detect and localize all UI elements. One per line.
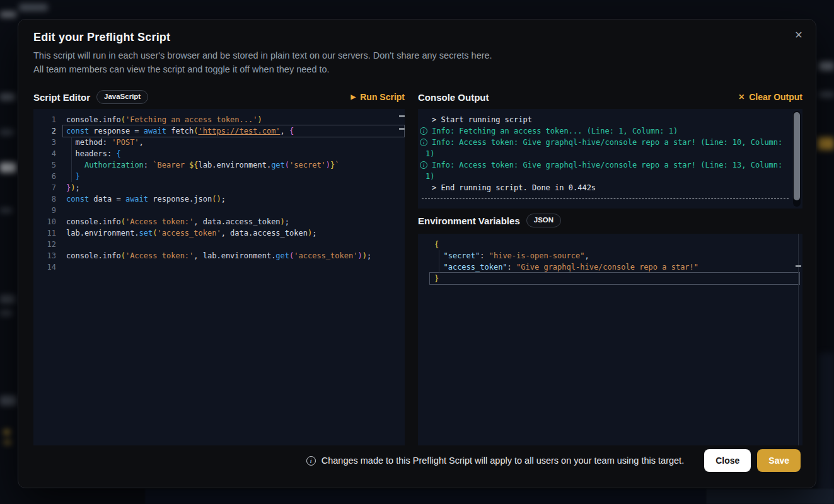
clear-icon: ✕ [738,93,744,101]
clear-output-label: Clear Output [749,92,802,102]
modal-footer: i Changes made to this Preflight Script … [33,449,801,472]
save-button[interactable]: Save [757,449,801,472]
info-circle-icon: i [420,127,427,135]
overview-ruler-mark [399,128,405,130]
backdrop-blob [19,4,48,11]
console-scrollbar[interactable] [793,111,801,207]
code-line: 2const response = await fetch('https://t… [33,125,405,137]
javascript-badge: JavaScript [96,90,148,104]
code-line: 9 [33,205,405,216]
backdrop-blob [0,295,15,304]
code-line: 8const data = await response.json(); [33,193,405,205]
info-circle-icon: i [420,139,427,146]
preflight-script-modal: ✕ Edit your Preflight Script This script… [18,19,816,488]
backdrop-blob [818,353,834,504]
json-badge: JSON [526,214,561,227]
backdrop-blob [819,91,834,98]
backdrop-strip [706,489,834,504]
modal-title: Edit your Preflight Script [33,31,170,44]
line-number: 2 [33,125,56,137]
indent-guide [439,250,439,273]
scrollbar-thumb[interactable] [794,112,800,200]
backdrop-blob [4,440,11,445]
console-separator [422,198,789,198]
console-line: iInfo: Fetching an access token... (Line… [418,125,789,137]
backdrop-blob [0,129,14,135]
line-number: 1 [33,114,56,125]
console-line: iInfo: Access token: Give graphql-hive/c… [418,159,789,171]
line-number: 11 [33,227,56,239]
code-line: 13console.info('Access token:', lab.envi… [33,250,405,261]
code-line: 12 [33,239,405,250]
code-line: "secret": "hive-is-open-source", [434,250,802,261]
close-button[interactable]: Close [704,449,751,472]
backdrop-blob [0,396,16,406]
script-editor-header: Script Editor JavaScript ▶ Run Script [33,89,405,105]
overview-ruler-mark [399,115,405,117]
code-line: 3 method: 'POST', [33,137,405,148]
line-number: 8 [33,193,56,205]
backdrop-blob [0,93,15,101]
run-script-label: Run Script [360,92,405,102]
info-circle-icon: i [420,161,427,169]
console-line: > Start running script [418,114,789,125]
backdrop-blob [818,137,834,150]
code-line: 6 } [33,171,405,182]
code-line: } [434,273,802,284]
console-output[interactable]: > Start running scriptiInfo: Fetching an… [418,109,802,209]
line-number: 7 [33,182,56,193]
env-variables-header: Environment Variables JSON [418,212,802,229]
modal-description-line2: All team members can view the script and… [33,62,330,76]
indent-guide [71,137,72,182]
line-number: 14 [33,261,56,273]
code-line: { [434,239,802,250]
backdrop-blob [0,310,13,316]
backdrop-blob [0,11,16,18]
line-number: 4 [33,148,56,159]
backdrop-blob [0,163,16,173]
script-editor[interactable]: 1console.info('Fetching an access token.… [33,109,405,445]
console-line: > End running script. Done in 0.442s [418,182,789,193]
code-line: 5 Authorization: `Bearer ${lab.environme… [33,159,405,171]
code-line: 10console.info('Access token:', data.acc… [33,216,405,227]
line-number: 10 [33,216,56,227]
backdrop-blob [819,62,834,71]
close-icon[interactable]: ✕ [791,27,807,43]
line-number: 6 [33,171,56,182]
backdrop-blob [4,430,10,435]
page-backdrop: ✕ Edit your Preflight Script This script… [0,0,834,504]
footer-note: Changes made to this Preflight Script wi… [321,455,684,466]
line-number: 5 [33,159,56,171]
console-line: iInfo: Access token: Give graphql-hive/c… [418,137,789,148]
backdrop-strip [145,489,706,504]
run-script-button[interactable]: ▶ Run Script [351,92,405,102]
info-icon: i [306,456,316,466]
console-line: 1) [418,148,789,159]
line-number: 13 [33,250,56,261]
code-line: 4 headers: { [33,148,405,159]
code-line: 14 [33,261,405,273]
env-variables-heading: Environment Variables [418,215,520,226]
code-line: 11lab.environment.set('access_token', da… [33,227,405,239]
script-editor-heading: Script Editor [33,92,90,103]
line-number: 3 [33,137,56,148]
code-line: 1console.info('Fetching an access token.… [33,114,405,125]
modal-description-line1: This script will run in each user's brow… [33,49,492,62]
play-icon: ▶ [351,94,356,100]
line-number: 12 [33,239,56,250]
console-output-header: Console Output ✕ Clear Output [418,89,802,105]
clear-output-button[interactable]: ✕ Clear Output [738,92,802,102]
line-number: 9 [33,205,56,216]
console-line: 1) [418,171,789,182]
console-output-heading: Console Output [418,92,489,103]
code-line: "access_token": "Give graphql-hive/conso… [434,261,802,273]
code-line: 7}); [33,182,405,193]
env-variables-editor[interactable]: { "secret": "hive-is-open-source", "acce… [418,234,802,445]
overview-ruler-mark [796,265,801,267]
backdrop-blob [0,208,13,213]
